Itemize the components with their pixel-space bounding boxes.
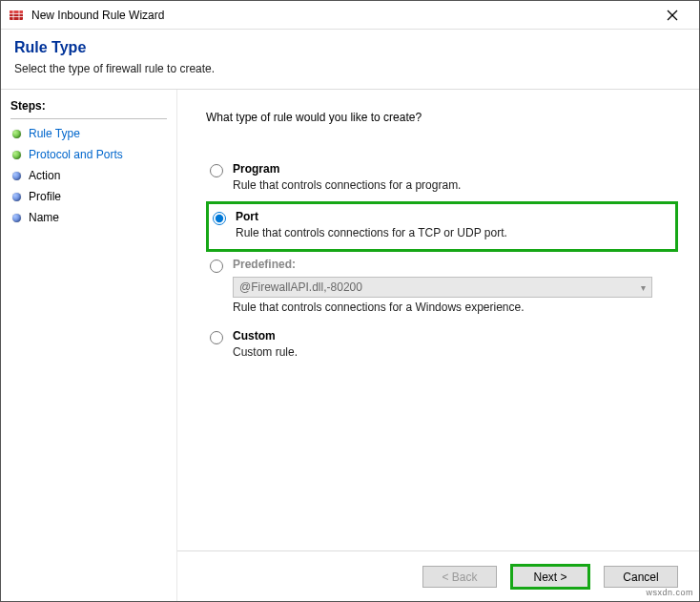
titlebar: New Inbound Rule Wizard bbox=[1, 1, 699, 30]
radio-port[interactable] bbox=[213, 212, 226, 225]
option-custom[interactable]: Custom Custom rule. bbox=[206, 323, 678, 368]
step-name: Name bbox=[10, 207, 167, 228]
chevron-down-icon: ▾ bbox=[641, 282, 646, 293]
option-body: Program Rule that controls connections f… bbox=[233, 162, 674, 192]
bullet-icon bbox=[12, 151, 21, 159]
page-subtitle: Select the type of firewall rule to crea… bbox=[14, 62, 686, 75]
wizard-body: Steps: Rule Type Protocol and Ports Acti… bbox=[1, 90, 699, 602]
next-button[interactable]: Next > bbox=[510, 564, 590, 590]
step-rule-type[interactable]: Rule Type bbox=[10, 123, 167, 144]
window-title: New Inbound Rule Wizard bbox=[31, 9, 653, 22]
option-label: Custom bbox=[233, 329, 674, 343]
option-predefined[interactable]: Predefined: @FirewallAPI.dll,-80200 ▾ Ru… bbox=[206, 252, 678, 323]
wizard-footer: < Back Next > Cancel bbox=[177, 550, 699, 602]
watermark: wsxdn.com bbox=[646, 588, 693, 597]
step-protocol-ports[interactable]: Protocol and Ports bbox=[10, 144, 167, 165]
option-label: Predefined: bbox=[233, 258, 674, 271]
predefined-dropdown: @FirewallAPI.dll,-80200 ▾ bbox=[233, 277, 652, 298]
option-desc: Custom rule. bbox=[233, 345, 674, 359]
radio-program[interactable] bbox=[210, 164, 223, 177]
bullet-icon bbox=[12, 130, 21, 138]
main-panel: What type of rule would you like to crea… bbox=[177, 90, 699, 602]
step-action: Action bbox=[10, 165, 167, 186]
steps-heading: Steps: bbox=[10, 95, 167, 119]
back-button: < Back bbox=[422, 566, 497, 588]
option-desc: Rule that controls connections for a Win… bbox=[233, 301, 674, 314]
svg-rect-1 bbox=[10, 10, 23, 13]
step-label: Protocol and Ports bbox=[29, 148, 123, 161]
step-label: Rule Type bbox=[29, 127, 80, 140]
step-label: Profile bbox=[29, 190, 61, 203]
option-body: Predefined: @FirewallAPI.dll,-80200 ▾ Ru… bbox=[233, 258, 674, 314]
option-body: Port Rule that controls connections for … bbox=[236, 210, 671, 239]
step-label: Name bbox=[29, 211, 59, 224]
step-profile: Profile bbox=[10, 186, 167, 207]
option-desc: Rule that controls connections for a pro… bbox=[233, 178, 674, 192]
bullet-icon bbox=[12, 214, 21, 222]
option-program[interactable]: Program Rule that controls connections f… bbox=[206, 156, 678, 201]
option-desc: Rule that controls connections for a TCP… bbox=[236, 226, 671, 239]
close-button[interactable] bbox=[653, 2, 691, 29]
option-body: Custom Custom rule. bbox=[233, 329, 674, 359]
radio-predefined[interactable] bbox=[210, 259, 223, 273]
page-title: Rule Type bbox=[14, 39, 686, 56]
cancel-button[interactable]: Cancel bbox=[604, 566, 678, 588]
bullet-icon bbox=[12, 172, 21, 180]
option-label: Program bbox=[233, 162, 674, 176]
step-label: Action bbox=[29, 169, 60, 182]
dropdown-value: @FirewallAPI.dll,-80200 bbox=[239, 280, 362, 294]
rule-type-prompt: What type of rule would you like to crea… bbox=[206, 111, 678, 124]
close-icon bbox=[667, 10, 678, 21]
firewall-app-icon bbox=[9, 8, 24, 23]
steps-sidebar: Steps: Rule Type Protocol and Ports Acti… bbox=[1, 90, 177, 602]
option-label: Port bbox=[236, 210, 671, 223]
bullet-icon bbox=[12, 193, 21, 201]
option-port[interactable]: Port Rule that controls connections for … bbox=[206, 201, 678, 252]
wizard-header: Rule Type Select the type of firewall ru… bbox=[1, 30, 699, 90]
radio-custom[interactable] bbox=[210, 331, 223, 344]
